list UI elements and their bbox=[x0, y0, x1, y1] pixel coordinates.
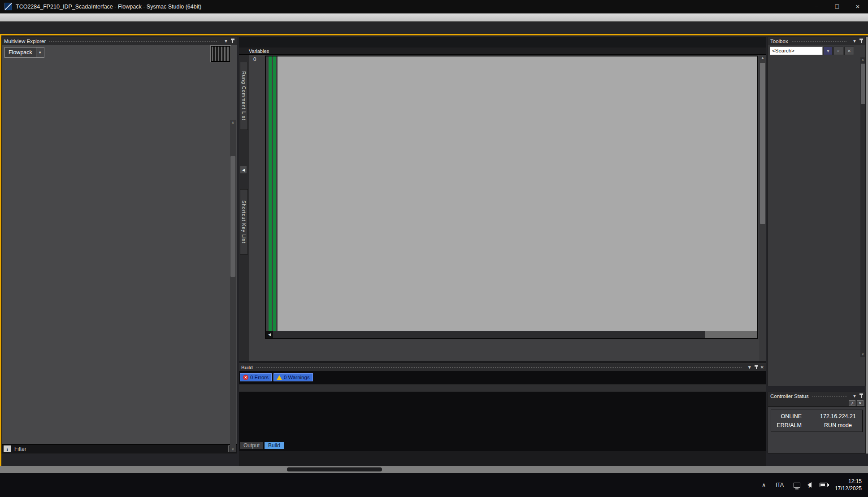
scroll-down-icon[interactable]: ∨ bbox=[860, 352, 865, 356]
editor-side-strip: Rung Comment List ◀ Shortcut Key List bbox=[239, 55, 249, 361]
device-selector[interactable]: Flowpack ▼ bbox=[4, 47, 44, 58]
tray-chevron-icon[interactable]: ∧ bbox=[762, 482, 766, 488]
close-icon[interactable]: ✕ bbox=[857, 400, 864, 406]
build-header: Build ▼ ✕ bbox=[239, 363, 766, 371]
build-table-header bbox=[239, 385, 766, 392]
execution-rail bbox=[266, 56, 278, 331]
pin-icon[interactable] bbox=[755, 365, 758, 370]
close-button[interactable]: ✕ bbox=[847, 0, 868, 13]
panel-menu-icon[interactable]: ▼ bbox=[852, 39, 857, 43]
minimize-button[interactable]: ─ bbox=[806, 0, 827, 13]
toolbox-scrollbar[interactable]: ∧ ∨ bbox=[860, 57, 865, 357]
toolbox-category-list: ∧ ∨ bbox=[768, 56, 865, 386]
search-icon[interactable]: ⌕ bbox=[833, 47, 843, 55]
code-hscrollbar[interactable]: ◀ bbox=[266, 331, 757, 338]
st-editor-pane: Rung Comment List ◀ Shortcut Key List 0 … bbox=[239, 55, 766, 361]
panel-menu-icon[interactable]: ▼ bbox=[224, 39, 228, 43]
hscroll-thumb[interactable] bbox=[273, 331, 705, 338]
header-dots bbox=[49, 40, 218, 43]
right-edge-strip bbox=[866, 37, 868, 454]
controller-ip: 172.16.224.21 bbox=[816, 413, 859, 419]
document-tab-bar bbox=[239, 37, 766, 48]
windows-taskbar: ∧ ITA 12:15 17/12/2025 bbox=[0, 473, 868, 497]
scroll-up-icon[interactable]: ∧ bbox=[230, 121, 236, 125]
scroll-down-icon[interactable]: ∨ bbox=[230, 447, 236, 451]
toolbox-header: Toolbox ▼ bbox=[768, 37, 865, 45]
time: 12:15 bbox=[835, 478, 862, 485]
vscroll-thumb[interactable] bbox=[760, 63, 765, 224]
code-lines bbox=[278, 56, 757, 331]
build-result-row: ✕ 0 Errors 0 Warnings bbox=[239, 371, 766, 382]
app-bottom-scroll-strip bbox=[0, 466, 868, 473]
error-icon: ✕ bbox=[243, 375, 248, 380]
title-bar: TCO2284_FP210_IDP_ScadaInterface - Flowp… bbox=[0, 0, 868, 13]
menu-bar bbox=[0, 13, 868, 22]
window-title: TCO2284_FP210_IDP_ScadaInterface - Flowp… bbox=[16, 4, 201, 10]
controller-image bbox=[211, 46, 230, 62]
multiview-explorer-panel: Multiview Explorer ▼ Flowpack ▼ ∧ ∨ i Fi… bbox=[1, 37, 237, 454]
clear-search-icon[interactable]: ✕ bbox=[844, 47, 854, 55]
chevron-down-icon[interactable]: ▼ bbox=[824, 47, 833, 55]
pin-icon[interactable] bbox=[231, 39, 234, 43]
expand-icon[interactable]: ↗ bbox=[849, 400, 855, 406]
bottom-scroll-thumb[interactable] bbox=[287, 467, 382, 471]
volume-icon[interactable] bbox=[807, 482, 812, 488]
output-build-tabs: Output Build bbox=[240, 442, 285, 449]
pin-icon[interactable] bbox=[859, 39, 863, 43]
variables-bar[interactable]: Variables bbox=[239, 48, 766, 55]
panel-menu-icon[interactable]: ▼ bbox=[852, 393, 857, 398]
panel-menu-icon[interactable]: ▼ bbox=[747, 365, 752, 370]
online-indicator-bar bbox=[0, 34, 868, 35]
rung-comment-list-tab[interactable]: Rung Comment List bbox=[240, 62, 248, 130]
tab-output[interactable]: Output bbox=[240, 442, 263, 449]
warnings-filter-button[interactable]: 0 Warnings bbox=[273, 373, 313, 381]
errors-filter-button[interactable]: ✕ 0 Errors bbox=[240, 373, 272, 381]
clock[interactable]: 12:15 17/12/2025 bbox=[835, 478, 862, 492]
tree-scrollbar[interactable]: ∧ ∨ bbox=[230, 120, 236, 452]
controller-status-title: Controller Status bbox=[770, 393, 809, 399]
close-icon[interactable]: ✕ bbox=[760, 365, 764, 370]
online-label: ONLINE bbox=[774, 413, 802, 419]
info-icon: i bbox=[4, 445, 11, 452]
toolbox-title: Toolbox bbox=[770, 39, 788, 44]
language-indicator[interactable]: ITA bbox=[776, 482, 784, 488]
filter-label: Filter bbox=[14, 446, 26, 452]
collapse-left-icon[interactable]: ◀ bbox=[240, 166, 247, 174]
controller-status-box: ONLINE 172.16.224.21 ERR/ALM RUN mode bbox=[771, 410, 863, 432]
variables-label: Variables bbox=[249, 48, 269, 54]
search-input[interactable] bbox=[770, 47, 823, 55]
explorer-header: Multiview Explorer ▼ bbox=[2, 37, 237, 45]
status-row-erralm: ERR/ALM RUN mode bbox=[774, 421, 859, 430]
maximize-button[interactable]: ☐ bbox=[827, 0, 847, 13]
pin-icon[interactable] bbox=[859, 393, 863, 398]
controller-status-toolbar: ↗ ✕ bbox=[768, 400, 865, 407]
erralm-label: ERR/ALM bbox=[774, 422, 802, 428]
date: 17/12/2025 bbox=[835, 485, 862, 492]
controller-status-panel: Controller Status ▼ ↗ ✕ ONLINE 172.16.22… bbox=[768, 392, 866, 454]
filter-bar[interactable]: i Filter ↗ bbox=[2, 444, 237, 453]
scroll-up-icon[interactable]: ∧ bbox=[860, 58, 865, 62]
sysmac-studio-window: TCO2284_FP210_IDP_ScadaInterface - Flowp… bbox=[0, 0, 868, 497]
scroll-thumb[interactable] bbox=[230, 156, 235, 277]
system-tray: ∧ ITA 12:15 17/12/2025 bbox=[762, 473, 868, 497]
code-canvas[interactable]: ◀ bbox=[265, 56, 758, 339]
scroll-left-icon[interactable]: ◀ bbox=[266, 331, 273, 338]
code-vscrollbar[interactable]: ▲ bbox=[759, 55, 766, 361]
explorer-title: Multiview Explorer bbox=[4, 39, 46, 44]
header-dots bbox=[812, 395, 847, 398]
chevron-down-icon[interactable]: ▼ bbox=[36, 48, 44, 57]
toolbox-search-row: ▼ ⌕ ✕ bbox=[768, 45, 865, 56]
scroll-thumb[interactable] bbox=[861, 64, 865, 104]
build-panel: Build ▼ ✕ ✕ 0 Errors 0 Warnings Output bbox=[239, 363, 766, 451]
controller-status-header: Controller Status ▼ bbox=[768, 392, 865, 400]
sysmac-app-icon bbox=[4, 3, 12, 10]
tab-build[interactable]: Build bbox=[265, 442, 284, 449]
battery-icon[interactable] bbox=[820, 483, 828, 487]
shortcut-key-list-tab[interactable]: Shortcut Key List bbox=[240, 189, 248, 255]
rung-number: 0 bbox=[253, 56, 256, 62]
status-row-online: ONLINE 172.16.224.21 bbox=[774, 412, 859, 421]
scroll-up-icon[interactable]: ▲ bbox=[759, 56, 766, 60]
run-mode: RUN mode bbox=[816, 422, 859, 428]
online-indicator bbox=[807, 414, 812, 419]
network-icon[interactable] bbox=[794, 483, 800, 488]
